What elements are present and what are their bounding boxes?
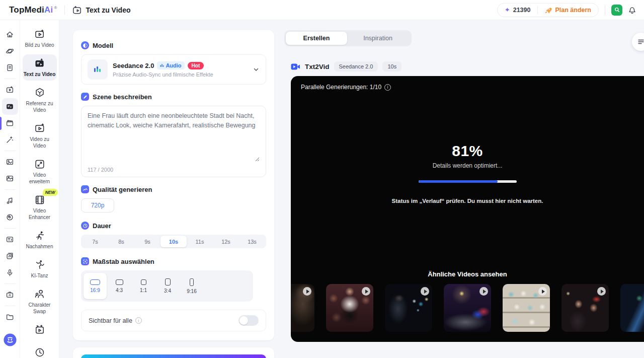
duration-option[interactable]: 7s — [82, 236, 108, 247]
duration-section-icon — [81, 222, 89, 230]
ai-camera-icon[interactable]: AI — [2, 287, 18, 303]
aspect-option-3-4[interactable]: 3:4 — [156, 273, 179, 299]
model-section-icon — [81, 41, 89, 49]
similar-videos-section: Ähnliche Videos ansehen — [291, 270, 644, 332]
aspect-option-4-3[interactable]: 4:3 — [108, 273, 131, 299]
task-list-button[interactable] — [632, 33, 644, 51]
aspect-section-icon — [81, 257, 89, 265]
tab-inspiration[interactable]: Inspiration — [347, 32, 409, 45]
credits[interactable]: ✦ 21390 — [498, 6, 538, 14]
audio-file-icon[interactable] — [2, 248, 18, 264]
duration-option-selected[interactable]: 10s — [160, 236, 187, 247]
photo-restore-icon[interactable] — [2, 170, 18, 187]
workspace: Erstellen Inspiration Txt2Vid Seedance 2… — [284, 30, 644, 358]
change-plan-button[interactable]: Plan ändern — [538, 7, 598, 14]
discord-icon[interactable] — [2, 331, 18, 348]
quality-option-720p[interactable]: 720p — [81, 198, 114, 212]
brand-accent: Ai — [44, 5, 53, 15]
play-icon — [362, 287, 370, 296]
play-icon — [538, 287, 547, 296]
generate-button[interactable]: Generieren ✦ 160 — [81, 354, 266, 358]
music-icon[interactable] — [2, 192, 18, 209]
home-icon[interactable] — [2, 26, 18, 43]
text-to-video-rail-icon[interactable] — [2, 98, 18, 115]
job-model-chip: Seedance 2.0 — [334, 61, 378, 71]
tool-sidebar: Bild zu Video Text zu Video Referenz zu … — [20, 20, 59, 358]
sidebar-item-bild-zu-video[interactable]: Bild zu Video — [23, 25, 57, 51]
info-icon[interactable]: i — [135, 317, 142, 324]
sidebar-item-video-enhancer[interactable]: NEW Video Enhancer — [23, 191, 57, 224]
duration-option[interactable]: 12s — [213, 236, 239, 247]
hot-badge: Hot — [188, 62, 204, 69]
reference-to-video-icon — [34, 87, 45, 98]
tab-erstellen[interactable]: Erstellen — [286, 32, 347, 45]
sidebar-item-label: Nachahmen — [26, 243, 53, 250]
parallel-generations-label: Parallele Generierungen: 1/10 — [301, 84, 381, 91]
scene-prompt-box: Eine Frau läuft durch eine neonbeleuchte… — [81, 106, 266, 177]
duration-option[interactable]: 8s — [108, 236, 134, 247]
text-to-speech-icon[interactable] — [2, 231, 18, 248]
rail-divider — [5, 228, 16, 229]
duration-option[interactable]: 11s — [187, 236, 213, 247]
extension-shield-icon[interactable] — [611, 5, 622, 16]
sidebar-item-verlauf[interactable]: Verlauf — [23, 343, 57, 358]
aspect-shape-icon — [190, 278, 194, 286]
play-icon — [479, 287, 488, 296]
change-plan-label: Plan ändern — [555, 7, 591, 14]
topbar: TopMediAi® Text zu Video ✦ 21390 Plan än… — [0, 0, 644, 20]
sidebar-item-ki-tanz[interactable]: KI-Tanz — [23, 256, 57, 282]
video-thumbnail[interactable] — [326, 284, 373, 332]
image-to-video-icon — [34, 29, 45, 40]
visibility-label: Sichtbar für alle — [89, 317, 132, 324]
sidebar-item-label: Video Enhancer — [24, 207, 56, 221]
clapperboard-icon[interactable] — [2, 115, 18, 131]
video-thumbnail[interactable] — [561, 284, 609, 332]
mobile-app-icon[interactable] — [2, 354, 18, 358]
sidebar-item-video-erweitern[interactable]: Video erweitern — [23, 155, 57, 188]
disc-icon[interactable] — [2, 209, 18, 226]
microphone-icon[interactable] — [2, 264, 18, 281]
brand-logo[interactable]: TopMediAi® — [9, 5, 57, 15]
model-name: Seedance 2.0 — [113, 62, 154, 69]
folder-icon[interactable] — [2, 309, 18, 325]
aspect-option-9-16[interactable]: 9:16 — [180, 273, 203, 299]
aspect-option-1-1[interactable]: 1:1 — [132, 273, 155, 299]
aspect-ratio-picker: 16:9 4:3 1:1 3:4 9:16 — [81, 270, 253, 302]
play-icon — [421, 287, 429, 296]
sidebar-item-charakter-swap[interactable]: Charakter Swap — [23, 285, 57, 318]
sidebar-item-nachahmen[interactable]: Nachahmen — [23, 227, 57, 253]
sidebar-item-label: Video erweitern — [24, 172, 56, 185]
generate-card: Generieren ✦ 160 Bitte nutzen Sie KI ver… — [73, 347, 274, 358]
progress-hint: Status im „Verlauf“ prüfen. Du musst hie… — [392, 198, 543, 204]
duration-option[interactable]: 13s — [239, 236, 265, 247]
credits-sparkle-icon: ✦ — [505, 6, 510, 14]
video-thumbnail[interactable] — [620, 284, 644, 332]
sidebar-item-video-zu-video[interactable]: Video zu Video — [23, 119, 57, 152]
video-thumbnail[interactable] — [503, 284, 550, 332]
progress-status-text: Details werden optimiert... — [433, 162, 503, 169]
model-select[interactable]: Seedance 2.0 Audio Hot Präzise Audio-Syn… — [81, 54, 266, 85]
text-to-video-icon — [72, 5, 82, 15]
play-icon — [597, 287, 606, 296]
toggle-knob — [239, 316, 248, 325]
icon-rail: AI — [0, 20, 20, 358]
script-icon[interactable] — [2, 59, 18, 76]
sidebar-item-referenz-zu-video[interactable]: Referenz zu Video — [23, 84, 57, 116]
sidebar-item-text-zu-video[interactable]: Text zu Video — [23, 54, 57, 81]
scene-heading: Szene beschreiben — [93, 93, 152, 101]
sidebar-item-video-planner[interactable] — [23, 321, 57, 340]
video-thumbnail[interactable] — [444, 284, 491, 332]
scene-prompt-input[interactable]: Eine Frau läuft durch eine neonbeleuchte… — [88, 111, 260, 162]
notifications-bell-icon[interactable] — [627, 5, 637, 15]
explore-icon[interactable] — [2, 43, 18, 59]
video-thumbnail[interactable] — [291, 284, 314, 332]
duration-option[interactable]: 9s — [134, 236, 160, 247]
video-thumbnail[interactable] — [385, 284, 432, 332]
visibility-toggle[interactable] — [238, 315, 259, 326]
generation-form: Modell Seedance 2.0 Audio Hot — [73, 30, 274, 358]
photo-icon[interactable] — [2, 154, 18, 170]
image-to-video-icon[interactable] — [2, 82, 18, 98]
info-icon[interactable]: i — [384, 84, 391, 91]
magic-wand-icon[interactable] — [2, 131, 18, 148]
aspect-option-16-9[interactable]: 16:9 — [84, 273, 107, 299]
